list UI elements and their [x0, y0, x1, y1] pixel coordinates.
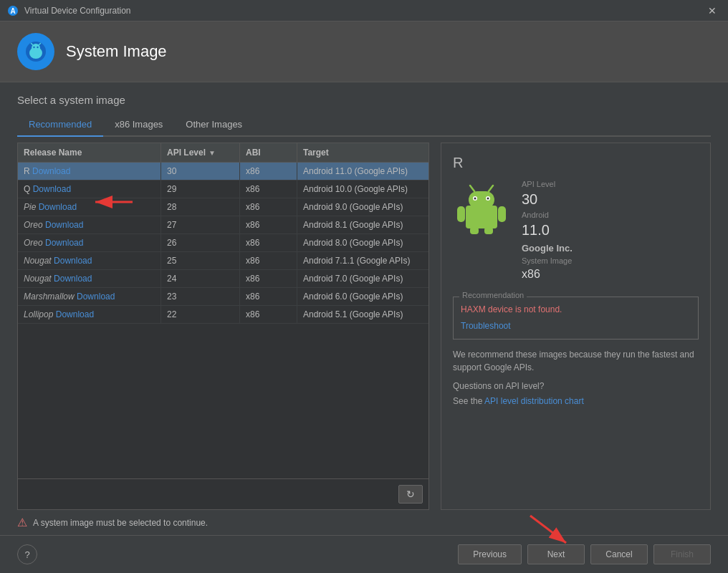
app-icon: A: [7, 5, 19, 16]
svg-rect-20: [484, 227, 493, 234]
cell-abi: x86: [240, 216, 297, 233]
download-link-1[interactable]: Download: [33, 184, 71, 194]
table-header: Release Name API Level ▼ ABI Target: [18, 143, 428, 163]
dialog-footer: ? Previous Next Cancel Finish: [0, 535, 728, 573]
system-image-table: Release Name API Level ▼ ABI Target: [17, 143, 429, 510]
android-value: 11.0: [522, 222, 573, 239]
header-icon: [17, 33, 54, 70]
refresh-button[interactable]: ↻: [398, 485, 423, 504]
haxm-warning: HAXM device is not found.: [461, 304, 691, 314]
cell-abi: x86: [240, 234, 297, 251]
table-row[interactable]: Oreo Download 27 x86 Android 8.1 (Google…: [18, 216, 428, 234]
help-button[interactable]: ?: [17, 544, 37, 564]
cell-release: Oreo Download: [18, 216, 161, 233]
cell-api: 25: [161, 252, 240, 269]
cell-release: Nougat Download: [18, 270, 161, 287]
download-link-5[interactable]: Download: [54, 256, 92, 266]
download-link-7[interactable]: Download: [77, 292, 115, 302]
cell-api: 29: [161, 180, 240, 198]
cell-api: 28: [161, 198, 240, 216]
finish-button[interactable]: Finish: [653, 544, 711, 564]
tab-x86images[interactable]: x86 Images: [103, 115, 174, 137]
table-row[interactable]: Marshmallow Download 23 x86 Android 6.0 …: [18, 288, 428, 306]
cell-api: 26: [161, 234, 240, 251]
api-link-row: See the API level distribution chart: [453, 394, 699, 407]
recommend-text: We recommend these images because they r…: [453, 348, 699, 374]
cell-release: Nougat Download: [18, 252, 161, 269]
table-row[interactable]: Q Download 29 x86 Android 10.0 (Google A…: [18, 180, 428, 198]
company-name: Google Inc.: [522, 243, 573, 254]
col-target: Target: [297, 143, 428, 162]
svg-rect-18: [498, 206, 506, 222]
download-link-4[interactable]: Download: [45, 238, 83, 248]
close-button[interactable]: ✕: [704, 4, 721, 18]
title-bar-left: A Virtual Device Configuration: [7, 5, 131, 16]
error-message: A system image must be selected to conti…: [33, 518, 208, 528]
android-robot-area: API Level 30 Android 11.0 Google Inc. Sy…: [453, 180, 699, 285]
tab-recommended[interactable]: Recommended: [17, 115, 103, 137]
cell-target: Android 6.0 (Google APIs): [297, 288, 428, 305]
info-details: API Level 30 Android 11.0 Google Inc. Sy…: [522, 180, 573, 285]
download-link-2[interactable]: Download: [39, 202, 77, 212]
table-row[interactable]: R Download 30 x86 Android 11.0 (Google A…: [18, 163, 428, 180]
error-bar: ⚠ A system image must be selected to con…: [0, 510, 728, 535]
cell-release: Oreo Download: [18, 234, 161, 251]
cell-target: Android 9.0 (Google APIs): [297, 198, 428, 216]
download-link-8[interactable]: Download: [56, 309, 94, 319]
cell-abi: x86: [240, 198, 297, 216]
table-row[interactable]: Lollipop Download 22 x86 Android 5.1 (Go…: [18, 306, 428, 324]
svg-line-16: [489, 186, 493, 191]
next-button[interactable]: Next: [527, 544, 585, 564]
download-link-0[interactable]: Download: [32, 166, 70, 176]
cell-abi: x86: [240, 270, 297, 287]
troubleshoot-link[interactable]: Troubleshoot: [461, 321, 511, 331]
android-label: Android: [522, 211, 573, 219]
svg-rect-19: [470, 227, 479, 234]
cell-api: 27: [161, 216, 240, 233]
recommendation-legend: Recommendation: [459, 291, 527, 299]
svg-rect-17: [457, 206, 465, 222]
android-icon-header: [23, 39, 49, 64]
cell-release: R Download: [18, 163, 161, 180]
cell-target: Android 7.0 (Google APIs): [297, 270, 428, 287]
previous-button[interactable]: Previous: [458, 544, 522, 564]
cell-abi: x86: [240, 288, 297, 305]
download-link-6[interactable]: Download: [54, 274, 92, 284]
table-row[interactable]: Oreo Download 26 x86 Android 8.0 (Google…: [18, 234, 428, 252]
cell-release: Marshmallow Download: [18, 288, 161, 305]
system-image-value: x86: [522, 268, 573, 281]
main-window: A Virtual Device Configuration ✕ System …: [0, 0, 728, 573]
cell-api: 24: [161, 270, 240, 287]
table-row[interactable]: Pie Download 28 x86 Android 9.0 (Google …: [18, 198, 428, 216]
content-area: Release Name API Level ▼ ABI Target: [17, 143, 711, 510]
col-abi: ABI: [240, 143, 297, 162]
dialog-title: System Image: [66, 42, 167, 61]
cell-target: Android 10.0 (Google APIs): [297, 180, 428, 198]
title-bar: A Virtual Device Configuration ✕: [0, 0, 728, 21]
window-title: Virtual Device Configuration: [24, 6, 131, 16]
tab-otherimages[interactable]: Other Images: [174, 115, 254, 137]
android-robot: [453, 180, 510, 237]
cell-target: Android 7.1.1 (Google APIs): [297, 252, 428, 269]
col-release-name: Release Name: [18, 143, 161, 162]
api-level-label: API Level: [522, 180, 573, 188]
cell-abi: x86: [240, 180, 297, 198]
svg-point-5: [33, 47, 34, 48]
cell-api: 23: [161, 288, 240, 305]
svg-point-14: [487, 198, 489, 200]
system-image-label: System Image: [522, 256, 573, 265]
cancel-button[interactable]: Cancel: [590, 544, 648, 564]
table-row[interactable]: Nougat Download 25 x86 Android 7.1.1 (Go…: [18, 252, 428, 270]
col-api-level[interactable]: API Level ▼: [161, 143, 240, 162]
svg-rect-9: [466, 206, 497, 228]
cell-target: Android 8.1 (Google APIs): [297, 216, 428, 233]
cell-target: Android 5.1 (Google APIs): [297, 306, 428, 323]
api-question: Questions on API level?: [453, 381, 699, 391]
info-panel: R: [441, 143, 711, 510]
download-link-3[interactable]: Download: [45, 220, 83, 230]
select-label: Select a system image: [17, 94, 711, 106]
table-row[interactable]: Nougat Download 24 x86 Android 7.0 (Goog…: [18, 270, 428, 288]
error-icon: ⚠: [17, 516, 27, 529]
cell-api: 22: [161, 306, 240, 323]
api-level-chart-link[interactable]: API level distribution chart: [484, 396, 584, 406]
